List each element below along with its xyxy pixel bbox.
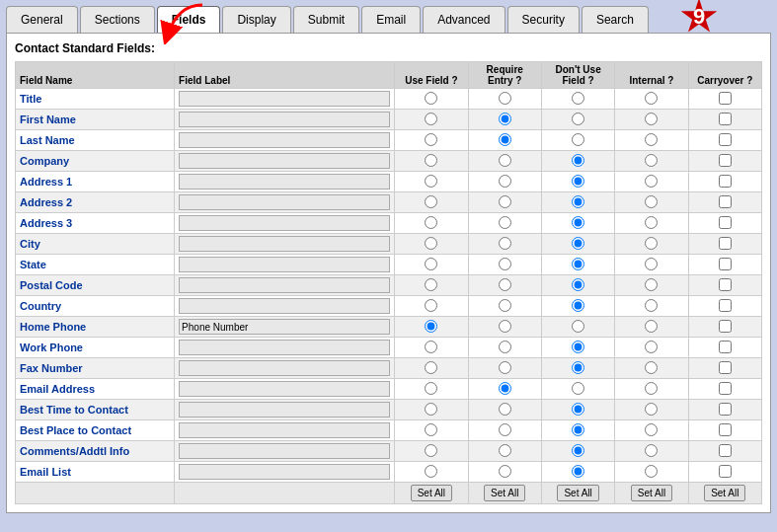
carryover-checkbox[interactable] [719, 237, 732, 250]
set-all-dontuse-button[interactable]: Set All [557, 485, 598, 501]
carryover-checkbox[interactable] [719, 113, 732, 125]
internal-radio[interactable] [645, 341, 658, 353]
dont-use-radio[interactable] [572, 341, 584, 353]
use-field-radio[interactable] [425, 403, 437, 416]
carryover-checkbox[interactable] [719, 92, 732, 105]
use-field-radio[interactable] [425, 444, 437, 457]
use-field-radio[interactable] [425, 216, 437, 229]
use-field-radio[interactable] [425, 154, 437, 167]
use-field-radio[interactable] [425, 382, 437, 395]
use-field-radio[interactable] [425, 92, 437, 105]
field-label-input[interactable] [179, 236, 390, 252]
use-field-radio[interactable] [425, 258, 437, 270]
field-label-input[interactable] [179, 194, 390, 210]
require-entry-radio[interactable] [499, 92, 511, 105]
use-field-radio[interactable] [425, 113, 437, 125]
carryover-checkbox[interactable] [719, 133, 732, 146]
carryover-checkbox[interactable] [719, 444, 732, 457]
field-label-input[interactable] [179, 91, 390, 107]
tab-sections[interactable]: Sections [80, 6, 155, 33]
internal-radio[interactable] [645, 195, 658, 208]
require-entry-radio[interactable] [499, 154, 511, 167]
dont-use-radio[interactable] [572, 361, 584, 374]
internal-radio[interactable] [645, 361, 658, 374]
require-entry-radio[interactable] [499, 382, 511, 395]
internal-radio[interactable] [645, 216, 658, 229]
tab-general[interactable]: General [6, 6, 78, 33]
dont-use-radio[interactable] [572, 216, 584, 229]
dont-use-radio[interactable] [572, 258, 584, 270]
field-label-input[interactable] [179, 153, 390, 169]
field-label-input[interactable] [179, 319, 390, 335]
carryover-checkbox[interactable] [719, 299, 732, 312]
use-field-radio[interactable] [425, 278, 437, 291]
require-entry-radio[interactable] [499, 341, 511, 353]
carryover-checkbox[interactable] [719, 403, 732, 416]
use-field-radio[interactable] [425, 423, 437, 436]
carryover-checkbox[interactable] [719, 341, 732, 353]
dont-use-radio[interactable] [572, 113, 584, 125]
use-field-radio[interactable] [425, 341, 437, 353]
require-entry-radio[interactable] [499, 423, 511, 436]
internal-radio[interactable] [645, 465, 658, 478]
tab-advanced[interactable]: Advanced [423, 6, 505, 33]
field-label-input[interactable] [179, 422, 390, 438]
use-field-radio[interactable] [425, 361, 437, 374]
use-field-radio[interactable] [425, 195, 437, 208]
carryover-checkbox[interactable] [719, 320, 732, 333]
carryover-checkbox[interactable] [719, 195, 732, 208]
require-entry-radio[interactable] [499, 113, 511, 125]
set-all-use-button[interactable]: Set All [411, 485, 452, 501]
carryover-checkbox[interactable] [719, 423, 732, 436]
internal-radio[interactable] [645, 154, 658, 167]
dont-use-radio[interactable] [572, 278, 584, 291]
carryover-checkbox[interactable] [719, 361, 732, 374]
field-label-input[interactable] [179, 174, 390, 190]
require-entry-radio[interactable] [499, 216, 511, 229]
internal-radio[interactable] [645, 403, 658, 416]
tab-email[interactable]: Email [361, 6, 421, 33]
field-label-input[interactable] [179, 257, 390, 272]
dont-use-radio[interactable] [572, 154, 584, 167]
set-all-require-button[interactable]: Set All [484, 485, 525, 501]
field-label-input[interactable] [179, 443, 390, 459]
dont-use-radio[interactable] [572, 175, 584, 188]
internal-radio[interactable] [645, 278, 658, 291]
require-entry-radio[interactable] [499, 278, 511, 291]
dont-use-radio[interactable] [572, 133, 584, 146]
require-entry-radio[interactable] [499, 195, 511, 208]
use-field-radio[interactable] [425, 465, 437, 478]
tab-submit[interactable]: Submit [293, 6, 359, 33]
set-all-carryover-button[interactable]: Set All [704, 485, 745, 501]
field-label-input[interactable] [179, 402, 390, 418]
field-label-input[interactable] [179, 381, 390, 397]
carryover-checkbox[interactable] [719, 278, 732, 291]
internal-radio[interactable] [645, 237, 658, 250]
dont-use-radio[interactable] [572, 444, 584, 457]
internal-radio[interactable] [645, 444, 658, 457]
require-entry-radio[interactable] [499, 237, 511, 250]
use-field-radio[interactable] [425, 237, 437, 250]
field-label-input[interactable] [179, 112, 390, 127]
dont-use-radio[interactable] [572, 299, 584, 312]
require-entry-radio[interactable] [499, 444, 511, 457]
dont-use-radio[interactable] [572, 465, 584, 478]
internal-radio[interactable] [645, 92, 658, 105]
internal-radio[interactable] [645, 258, 658, 270]
require-entry-radio[interactable] [499, 320, 511, 333]
dont-use-radio[interactable] [572, 403, 584, 416]
field-label-input[interactable] [179, 340, 390, 355]
dont-use-radio[interactable] [572, 237, 584, 250]
internal-radio[interactable] [645, 113, 658, 125]
dont-use-radio[interactable] [572, 382, 584, 395]
carryover-checkbox[interactable] [719, 216, 732, 229]
use-field-radio[interactable] [425, 299, 437, 312]
field-label-input[interactable] [179, 132, 390, 148]
internal-radio[interactable] [645, 299, 658, 312]
use-field-radio[interactable] [425, 133, 437, 146]
carryover-checkbox[interactable] [719, 382, 732, 395]
internal-radio[interactable] [645, 423, 658, 436]
dont-use-radio[interactable] [572, 195, 584, 208]
internal-radio[interactable] [645, 175, 658, 188]
tab-search[interactable]: Search [582, 6, 649, 33]
